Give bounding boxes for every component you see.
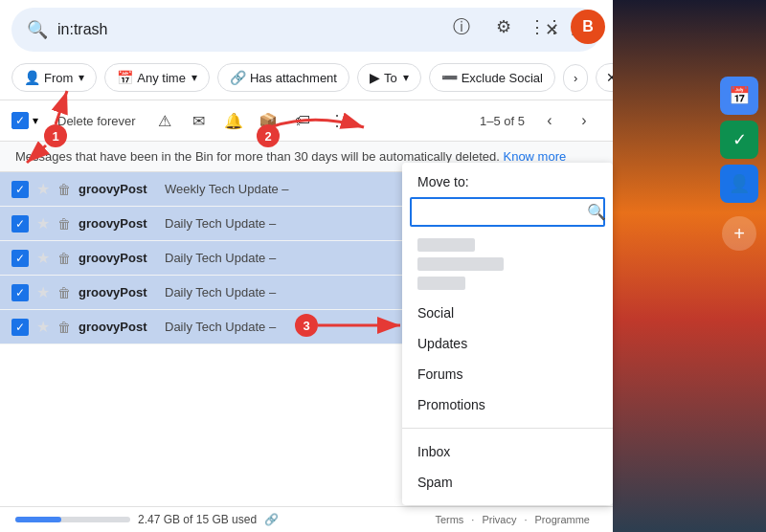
move-to-dropdown: Move to: 🔍 Social Updates Forums Promoti… [402, 163, 613, 505]
close-icon: ✕ [606, 70, 613, 85]
star-icon-3[interactable]: ★ [36, 249, 50, 267]
search-icon: 🔍 [27, 19, 48, 40]
chip-anytime[interactable]: 📅 Any time ▾ [104, 63, 210, 92]
email-sender-5: groovyPost [79, 320, 165, 334]
know-more-link[interactable]: Know more [503, 149, 566, 164]
footer-sep1: · [471, 514, 474, 525]
keep-app-icon[interactable]: ✓ [720, 121, 758, 159]
chip-anytime-arrow: ▾ [192, 71, 197, 84]
right-sidebar: 📅 ✓ 👤 + [712, 0, 766, 532]
apps-button[interactable]: ⋮⋮ [529, 10, 563, 44]
email-checkbox-3[interactable]: ✓ [11, 250, 29, 267]
chip-social[interactable]: ➖ Exclude Social [429, 63, 555, 92]
chip-from[interactable]: 👤 From ▾ [11, 63, 97, 92]
move-to-social[interactable]: Social [402, 298, 613, 328]
star-icon-5[interactable]: ★ [36, 318, 50, 336]
move-to-inbox[interactable]: Inbox [402, 436, 613, 467]
email-count-label: 1–5 of 5 [480, 114, 525, 128]
mark-read-button[interactable]: ✉ [184, 105, 214, 136]
move-to-updates[interactable]: Updates [402, 328, 613, 359]
storage-label: 2.47 GB of 15 GB used [138, 513, 257, 526]
report-spam-button[interactable]: ⚠ [149, 105, 180, 136]
chip-close-button[interactable]: ✕ [596, 63, 613, 92]
footer-links: Terms · Privacy · Programme [427, 514, 597, 525]
move-to-spam[interactable]: Spam [402, 467, 613, 498]
footer-sep2: · [524, 514, 527, 525]
delete-forever-button[interactable]: Delete forever [46, 108, 147, 134]
chip-from-label: From [44, 71, 73, 85]
privacy-link[interactable]: Privacy [482, 514, 516, 525]
next-page-button[interactable]: › [569, 105, 599, 136]
email-checkbox-4[interactable]: ✓ [11, 284, 29, 301]
move-to-divider [402, 428, 613, 429]
checkbox-checked-icon[interactable]: ✓ [11, 112, 29, 129]
contacts-app-icon[interactable]: 👤 [720, 165, 758, 203]
help-button[interactable]: ⓘ [444, 10, 479, 44]
blurred-folder-list [402, 234, 613, 298]
blurred-item-3 [417, 277, 465, 290]
trash-icon-1: 🗑 [57, 182, 71, 197]
chevron-right-icon: › [574, 71, 577, 85]
account-avatar[interactable]: B [571, 10, 605, 44]
storage-bar: 2.47 GB of 15 GB used 🔗 Terms · Privacy … [0, 506, 613, 532]
programme-link[interactable]: Programme [535, 514, 590, 525]
move-to-search-icon: 🔍 [587, 203, 606, 221]
chip-anytime-label: Any time [137, 71, 186, 85]
chip-to-label: To [384, 71, 397, 85]
trash-icon-5: 🗑 [57, 320, 71, 335]
exclude-icon: ➖ [441, 70, 458, 85]
header-icons: ⓘ ⚙ ⋮⋮ B [444, 10, 605, 44]
move-to-forums[interactable]: Forums [402, 359, 613, 389]
move-to-search-input[interactable] [419, 205, 587, 220]
star-icon-4[interactable]: ★ [36, 283, 50, 301]
filter-chips: 👤 From ▾ 📅 Any time ▾ 🔗 Has attachment ▶… [0, 59, 613, 100]
trash-icon-4: 🗑 [57, 285, 71, 300]
chip-attachment[interactable]: 🔗 Has attachment [217, 63, 349, 92]
terms-link[interactable]: Terms [435, 514, 463, 525]
storage-progress-fill [15, 517, 61, 522]
move-to-search-box: 🔍 [410, 197, 605, 227]
chip-attachment-label: Has attachment [250, 71, 337, 85]
from-icon: 👤 [24, 70, 40, 85]
email-checkbox-2[interactable]: ✓ [11, 215, 29, 233]
more-actions-button[interactable]: ⋮ [322, 105, 352, 136]
move-to-promotions[interactable]: Promotions [402, 389, 613, 420]
label-button[interactable]: 🏷 [287, 105, 318, 136]
email-sender-2: groovyPost [79, 216, 165, 231]
chip-more-button[interactable]: › [563, 64, 588, 92]
star-icon-1[interactable]: ★ [36, 180, 50, 198]
email-sender-4: groovyPost [79, 285, 165, 299]
chip-social-label: Exclude Social [462, 71, 543, 85]
attachment-icon: 🔗 [230, 70, 246, 85]
blurred-item-1 [417, 238, 475, 252]
chip-to[interactable]: ▶ To ▾ [357, 63, 421, 92]
delete-forever-label: Delete forever [57, 114, 136, 128]
info-bar-message: Messages that have been in the Bin for m… [15, 149, 500, 164]
calendar-icon: 📅 [117, 70, 133, 85]
email-checkbox-1[interactable]: ✓ [11, 181, 29, 198]
prev-page-button[interactable]: ‹ [534, 105, 565, 136]
email-sender-3: groovyPost [79, 251, 165, 265]
email-checkbox-5[interactable]: ✓ [11, 319, 29, 336]
chip-from-arrow: ▾ [79, 71, 84, 84]
trash-icon-3: 🗑 [57, 251, 71, 266]
snooze-button[interactable]: 🔔 [218, 105, 249, 136]
to-icon: ▶ [370, 70, 380, 85]
storage-progress-bg [15, 517, 130, 522]
add-app-button[interactable]: + [722, 216, 756, 251]
chip-to-arrow: ▾ [403, 71, 409, 84]
move-to-button[interactable]: 📦 [253, 105, 283, 136]
storage-manage-link[interactable]: 🔗 [264, 513, 279, 526]
email-toolbar: ✓ ▾ Delete forever ⚠ ✉ 🔔 📦 🏷 ⋮ 1–5 of 5 … [0, 100, 613, 142]
trash-icon-2: 🗑 [57, 216, 71, 232]
email-sender-1: groovyPost [79, 182, 165, 196]
select-all-checkbox[interactable]: ✓ ▾ [11, 112, 38, 129]
checkbox-dropdown-arrow[interactable]: ▾ [33, 114, 38, 127]
blurred-item-2 [417, 257, 504, 271]
calendar-app-icon[interactable]: 📅 [720, 77, 758, 115]
star-icon-2[interactable]: ★ [36, 214, 50, 233]
settings-button[interactable]: ⚙ [486, 10, 521, 44]
move-to-title: Move to: [402, 163, 613, 197]
